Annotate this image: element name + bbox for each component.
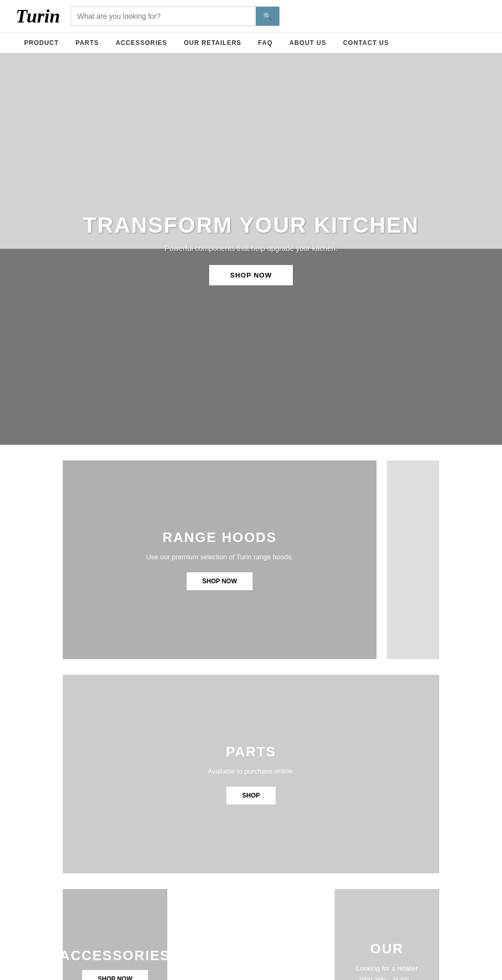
our-retailers-title: OUR [370, 941, 404, 957]
hero-section: TRANSFORM YOUR KITCHEN Powerful componen… [0, 53, 502, 445]
range-hoods-card: RANGE HOODS Use our premium selection of… [63, 460, 376, 659]
nav-item-our-retailers[interactable]: OUR RETAILERS [175, 33, 249, 53]
nav-item-product[interactable]: PRODUCT [16, 33, 67, 53]
range-hoods-button[interactable]: SHOP NOW [187, 572, 253, 590]
accessories-title: ACCESSORIES [60, 948, 170, 964]
accessories-button[interactable]: SHOP NOW [82, 970, 148, 981]
parts-desc: Available to purchase online. [208, 766, 294, 777]
hero-subtitle: Powerful components that help upgrade yo… [165, 244, 338, 252]
search-button[interactable]: 🔍 [256, 7, 279, 26]
search-icon: 🔍 [263, 12, 272, 20]
range-hoods-title: RANGE HOODS [163, 529, 277, 546]
right-partial-card [387, 460, 439, 659]
nav-item-accessories[interactable]: ACCESSORIES [107, 33, 175, 53]
parts-title: PARTS [226, 744, 276, 760]
range-hoods-section: RANGE HOODS Use our premium selection of… [0, 445, 502, 675]
search-input[interactable] [71, 8, 256, 25]
parts-section: PARTS Available to purchase online. SHOP [0, 675, 502, 873]
parts-button[interactable]: SHOP [226, 787, 276, 804]
spacer [167, 889, 335, 980]
our-retailers-card: OUR Looking for a retailer near you... i… [335, 889, 439, 980]
header: Turin 🔍 [0, 0, 502, 33]
parts-card: PARTS Available to purchase online. SHOP [63, 675, 439, 873]
nav-item-parts[interactable]: PARTS [67, 33, 107, 53]
hero-cta-button[interactable]: SHOP NOW [209, 265, 293, 285]
nav-item-contact-us[interactable]: CONTACT US [335, 33, 397, 53]
nav-item-about-us[interactable]: ABOUT US [281, 33, 335, 53]
hero-title: TRANSFORM YOUR KITCHEN [83, 213, 419, 238]
our-retailers-desc: Looking for a retailer near you... is wh… [350, 963, 424, 980]
main-nav: PRODUCT PARTS ACCESSORIES OUR RETAILERS … [0, 33, 502, 53]
nav-item-faq[interactable]: FAQ [250, 33, 281, 53]
range-hoods-desc: Use our premium selection of Turin range… [146, 552, 293, 562]
bottom-cards-section: ACCESSORIES SHOP NOW OUR Looking for a r… [0, 889, 502, 980]
logo[interactable]: Turin [16, 5, 60, 27]
search-container: 🔍 [71, 6, 280, 26]
accessories-card: ACCESSORIES SHOP NOW [63, 889, 167, 980]
